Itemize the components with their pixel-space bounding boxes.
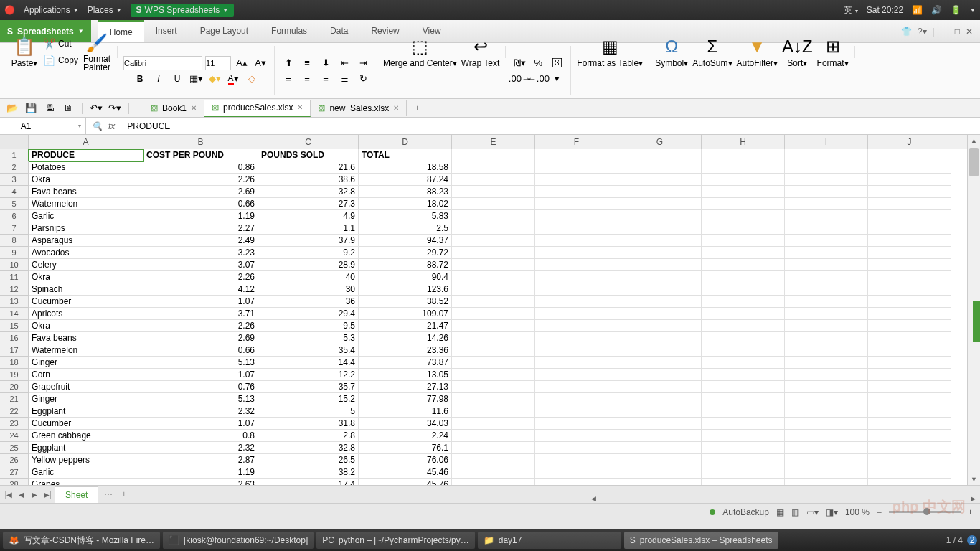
cell[interactable] — [702, 479, 785, 485]
cell[interactable] — [868, 247, 951, 259]
cell[interactable] — [452, 320, 535, 332]
orientation-icon[interactable]: ↻ — [355, 72, 371, 86]
cell[interactable]: 3.71 — [143, 308, 258, 320]
number-format-icon[interactable]: ▾ — [549, 72, 565, 86]
row-header[interactable]: 15 — [0, 320, 29, 332]
symbol-button[interactable]: ΩSymbol▾ — [655, 37, 688, 68]
cell[interactable]: 30 — [258, 283, 359, 296]
cell[interactable] — [785, 418, 868, 430]
cell[interactable] — [618, 418, 702, 430]
format-as-table-button[interactable]: ▦Format as Table▾ — [577, 37, 643, 68]
cell[interactable] — [702, 418, 785, 430]
cell[interactable]: 35.4 — [258, 344, 359, 357]
cell[interactable]: TOTAL — [359, 149, 452, 161]
cell[interactable] — [535, 247, 618, 259]
cell[interactable] — [452, 283, 535, 296]
taskbar-item[interactable]: 🦊写文章-CSDN博客 - Mozilla Fire… — [3, 532, 160, 549]
cell[interactable] — [785, 271, 868, 283]
cell-ref-input[interactable] — [4, 121, 47, 131]
fx-icon[interactable]: fx — [108, 121, 115, 131]
workspace-switcher-icon[interactable]: 2 — [967, 535, 977, 545]
cell[interactable]: Spinach — [29, 283, 143, 296]
cell[interactable] — [618, 247, 702, 259]
cell[interactable]: 26.5 — [258, 454, 359, 466]
cell[interactable]: 2.24 — [359, 430, 452, 442]
cell[interactable] — [452, 186, 535, 198]
cell[interactable]: 0.66 — [143, 344, 258, 357]
autofilter-button[interactable]: ▼AutoFilter▾ — [737, 37, 778, 68]
cell[interactable] — [618, 149, 702, 161]
currency-icon[interactable]: ₪▾ — [512, 56, 527, 70]
cell[interactable] — [785, 430, 868, 442]
cell[interactable]: 32.8 — [258, 442, 359, 454]
menu-tab-insert[interactable]: Insert — [144, 20, 189, 42]
cell[interactable]: Okra — [29, 320, 143, 332]
cell[interactable] — [452, 161, 535, 174]
cell[interactable] — [785, 186, 868, 198]
cell[interactable] — [785, 357, 868, 369]
applications-menu[interactable]: Applications ▼ — [24, 5, 79, 15]
cell[interactable] — [702, 174, 785, 186]
running-app[interactable]: S WPS Spreadsheets ▼ — [131, 4, 235, 17]
cell[interactable] — [535, 235, 618, 247]
cell[interactable] — [452, 296, 535, 308]
cell[interactable]: 2.32 — [143, 442, 258, 454]
places-menu[interactable]: Places ▼ — [88, 5, 122, 15]
cell[interactable] — [535, 198, 618, 210]
cell[interactable] — [618, 369, 702, 381]
cell[interactable] — [618, 357, 702, 369]
cell[interactable] — [618, 332, 702, 344]
row-header[interactable]: 24 — [0, 430, 29, 442]
formula-input[interactable] — [121, 118, 980, 134]
cell[interactable]: Eggplant — [29, 405, 143, 418]
close-icon[interactable]: ✕ — [393, 104, 399, 112]
cell[interactable] — [452, 430, 535, 442]
cell[interactable] — [868, 161, 951, 174]
cell[interactable] — [452, 174, 535, 186]
cell[interactable]: 73.87 — [359, 357, 452, 369]
cell[interactable]: Garlic — [29, 210, 143, 222]
cell[interactable]: 38.6 — [258, 174, 359, 186]
close-button[interactable]: ✕ — [966, 27, 973, 37]
cell[interactable] — [868, 283, 951, 296]
cell[interactable] — [702, 320, 785, 332]
cell[interactable]: Okra — [29, 271, 143, 283]
row-header[interactable]: 1 — [0, 149, 29, 161]
cell[interactable] — [868, 442, 951, 454]
row-header[interactable]: 12 — [0, 283, 29, 296]
cell[interactable] — [535, 283, 618, 296]
cell[interactable] — [868, 320, 951, 332]
doc-tab[interactable]: ▧Book1✕ — [143, 100, 204, 116]
cell[interactable] — [785, 405, 868, 418]
cell[interactable]: 0.76 — [143, 381, 258, 393]
cell[interactable] — [452, 454, 535, 466]
row-header[interactable]: 28 — [0, 479, 29, 485]
cell[interactable]: PRODUCE — [29, 149, 143, 161]
cell[interactable]: 0.8 — [143, 430, 258, 442]
close-icon[interactable]: ✕ — [191, 104, 197, 112]
cell[interactable]: 0.66 — [143, 198, 258, 210]
row-header[interactable]: 19 — [0, 369, 29, 381]
cell[interactable] — [535, 344, 618, 357]
cell[interactable]: 3.23 — [143, 247, 258, 259]
cell[interactable]: Potatoes — [29, 161, 143, 174]
cell[interactable]: 27.13 — [359, 381, 452, 393]
row-header[interactable]: 17 — [0, 344, 29, 357]
taskbar-item[interactable]: PCpython – [~/PycharmProjects/py… — [316, 532, 474, 549]
cell[interactable]: 12.2 — [258, 369, 359, 381]
cell[interactable] — [618, 174, 702, 186]
cell[interactable] — [702, 357, 785, 369]
cell[interactable]: 1.1 — [258, 222, 359, 235]
cell[interactable]: 35.7 — [258, 381, 359, 393]
cell[interactable] — [785, 454, 868, 466]
row-header[interactable]: 21 — [0, 393, 29, 405]
underline-button[interactable]: U — [169, 72, 185, 86]
doc-tab[interactable]: ▧new_Sales.xlsx✕ — [311, 100, 407, 116]
cell[interactable]: 13.05 — [359, 369, 452, 381]
cell[interactable] — [702, 454, 785, 466]
bold-button[interactable]: B — [132, 72, 148, 86]
cell[interactable] — [535, 210, 618, 222]
cell[interactable] — [535, 332, 618, 344]
cell[interactable] — [618, 466, 702, 479]
cell[interactable] — [868, 418, 951, 430]
